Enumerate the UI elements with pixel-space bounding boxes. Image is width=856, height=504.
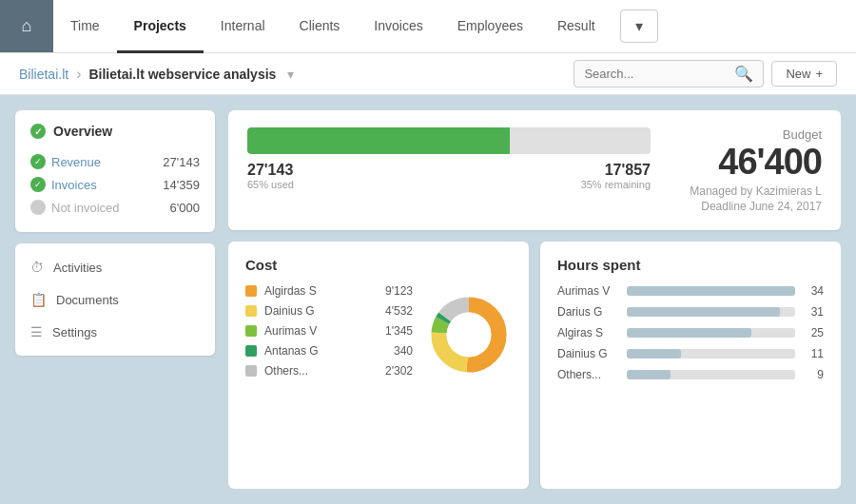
plus-icon: +: [815, 67, 823, 81]
sidebar-item-settings[interactable]: ☰ Settings: [15, 316, 215, 348]
not-invoiced-value: 6'000: [170, 201, 200, 215]
not-invoiced-icon: [30, 200, 46, 215]
overview-card: ✓ Overview ✓ Revenue 27'143 ✓ In: [15, 110, 215, 232]
hours-row-0: Aurimas V 34: [557, 284, 824, 298]
home-icon: ⌂: [22, 16, 32, 36]
hours-bar-1: [627, 307, 780, 317]
cost-row-1: Dainius G 4'532: [245, 304, 413, 318]
cost-card: Cost Algirdas S 9'123 Dainius G 4'532: [228, 242, 529, 489]
search-icon: 🔍: [734, 65, 753, 83]
cost-row-0: Algirdas S 9'123: [245, 284, 413, 298]
cost-list: Algirdas S 9'123 Dainius G 4'532 Aurimas…: [245, 284, 413, 384]
cost-card-title: Cost: [245, 257, 512, 273]
budget-bar-section: 27'143 65% used 17'857 35% remaining: [247, 127, 651, 190]
cost-color-3: [245, 345, 257, 357]
overview-row-not-invoiced: Not invoiced 6'000: [30, 196, 200, 219]
overview-row-revenue: ✓ Revenue 27'143: [30, 150, 200, 173]
cost-content: Algirdas S 9'123 Dainius G 4'532 Aurimas…: [245, 284, 512, 384]
search-area: 🔍 New +: [574, 60, 837, 87]
revenue-value: 27'143: [163, 155, 200, 169]
breadcrumb-current: Bilietai.lt webservice analysis: [88, 67, 276, 82]
hours-bar-0: [627, 286, 795, 296]
hours-row-4: Others... 9: [557, 368, 824, 381]
breadcrumb-separator: ›: [76, 66, 81, 83]
overview-check-icon: ✓: [30, 124, 46, 139]
progress-bar-fill: [247, 127, 510, 154]
breadcrumb-dropdown-icon[interactable]: ▾: [287, 67, 294, 82]
activities-icon: ⏱: [30, 260, 44, 275]
main-content: ✓ Overview ✓ Revenue 27'143 ✓ In: [0, 95, 856, 504]
revenue-link[interactable]: ✓ Revenue: [30, 154, 101, 169]
cost-row-3: Antanas G 340: [245, 344, 413, 358]
used-label: 65% used: [247, 179, 294, 190]
hours-row-3: Dainius G 11: [557, 347, 824, 360]
home-button[interactable]: ⌂: [0, 0, 53, 52]
nav-invoices[interactable]: Invoices: [357, 0, 439, 53]
breadcrumb-parent[interactable]: Bilietai.lt: [19, 67, 68, 82]
budget-label: Budget: [670, 127, 822, 142]
hours-list: Aurimas V 34 Darius G 31 A: [557, 284, 824, 381]
donut-chart: [426, 292, 512, 378]
cost-color-1: [245, 305, 257, 317]
nav-projects[interactable]: Projects: [117, 0, 204, 53]
remaining-amount: 17'857: [581, 162, 651, 179]
nav-clients[interactable]: Clients: [282, 0, 358, 53]
breadcrumb-bar: Bilietai.lt › Bilietai.lt webservice ana…: [0, 53, 856, 95]
chevron-down-icon: ▾: [635, 17, 643, 35]
budget-managed-by: Managed by Kazimieras L: [670, 184, 822, 198]
nav-more-dropdown[interactable]: ▾: [620, 10, 658, 43]
cost-color-2: [245, 325, 257, 337]
hours-row-2: Algiras S 25: [557, 326, 824, 339]
overview-title: ✓ Overview: [30, 124, 200, 139]
sidebar-menu-card: ⏱ Activities 📋 Documents ☰ Settings: [15, 243, 215, 356]
progress-bar-wrap: [247, 127, 651, 154]
hours-card-title: Hours spent: [557, 257, 824, 273]
cost-row-4: Others... 2'302: [245, 364, 413, 378]
right-panel: 27'143 65% used 17'857 35% remaining Bud…: [228, 110, 841, 489]
hours-card: Hours spent Aurimas V 34 Darius G: [540, 242, 841, 489]
overview-row-invoices: ✓ Invoices 14'359: [30, 173, 200, 196]
search-input[interactable]: [584, 67, 730, 81]
budget-info: Budget 46'400 Managed by Kazimieras L De…: [670, 127, 822, 213]
hours-bar-4: [627, 370, 671, 379]
remaining-label: 35% remaining: [581, 179, 651, 190]
invoices-link[interactable]: ✓ Invoices: [30, 177, 97, 192]
used-amount: 27'143: [247, 162, 294, 179]
search-box[interactable]: 🔍: [574, 60, 764, 87]
revenue-check-icon: ✓: [30, 154, 46, 169]
svg-point-5: [447, 312, 492, 357]
new-button[interactable]: New +: [771, 61, 837, 87]
budget-amount: 46'400: [670, 142, 822, 183]
not-invoiced-link[interactable]: Not invoiced: [30, 200, 120, 215]
sidebar-item-documents[interactable]: 📋 Documents: [15, 283, 215, 316]
cost-color-4: [245, 365, 257, 377]
hours-bar-2: [627, 328, 751, 338]
progress-labels: 27'143 65% used 17'857 35% remaining: [247, 162, 651, 190]
sidebar-item-activities[interactable]: ⏱ Activities: [15, 251, 215, 283]
budget-deadline: Deadline June 24, 2017: [670, 200, 822, 213]
cost-row-2: Aurimas V 1'345: [245, 324, 413, 338]
top-nav: ⌂ Time Projects Internal Clients Invoice…: [0, 0, 856, 53]
breadcrumb: Bilietai.lt › Bilietai.lt webservice ana…: [19, 66, 294, 83]
invoices-check-icon: ✓: [30, 177, 46, 192]
nav-employees[interactable]: Employees: [440, 0, 540, 53]
hours-row-1: Darius G 31: [557, 305, 824, 319]
bottom-cards: Cost Algirdas S 9'123 Dainius G 4'532: [228, 242, 841, 489]
nav-time[interactable]: Time: [53, 0, 117, 53]
nav-internal[interactable]: Internal: [204, 0, 282, 53]
sidebar: ✓ Overview ✓ Revenue 27'143 ✓ In: [15, 110, 215, 489]
hours-bar-3: [627, 349, 681, 359]
cost-color-0: [245, 285, 257, 297]
budget-card: 27'143 65% used 17'857 35% remaining Bud…: [228, 110, 841, 230]
invoices-value: 14'359: [163, 178, 200, 192]
documents-icon: 📋: [30, 292, 47, 307]
nav-result[interactable]: Result: [540, 0, 613, 53]
settings-icon: ☰: [30, 324, 43, 339]
